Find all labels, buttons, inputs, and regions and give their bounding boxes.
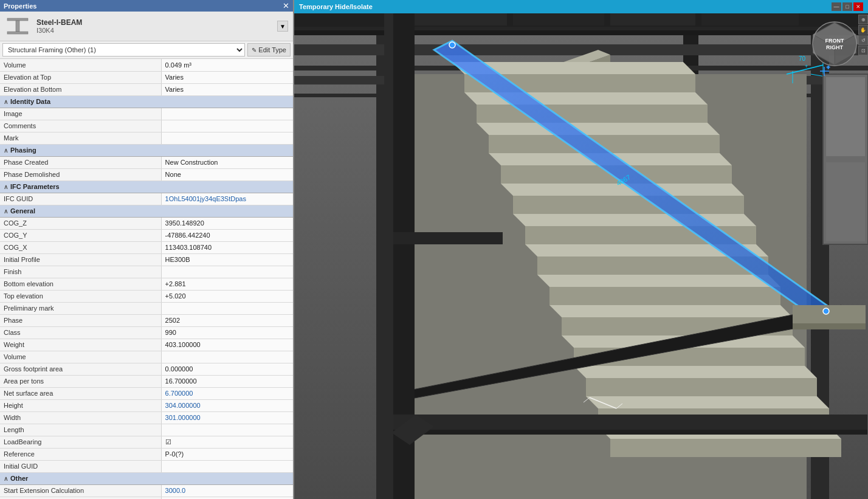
- viewport-close-button[interactable]: ✕: [853, 2, 863, 11]
- property-name: End Extension Calculation: [0, 497, 161, 499]
- zoom-extent-button[interactable]: ⊡: [858, 46, 868, 55]
- svg-marker-50: [574, 366, 817, 378]
- orbit-tool-button[interactable]: ↺: [858, 35, 868, 45]
- property-name: COG_Z: [0, 217, 161, 229]
- property-name: COG_X: [0, 241, 161, 253]
- element-icon: [5, 15, 30, 37]
- property-name: Phase Created: [0, 156, 161, 168]
- table-row: Mark: [0, 132, 293, 144]
- property-name: LoadBearing: [0, 436, 161, 448]
- type-selector-row: Structural Framing (Other) (1) ✎ Edit Ty…: [0, 41, 293, 59]
- svg-rect-1: [16, 21, 19, 32]
- property-name: Image: [0, 108, 161, 120]
- table-row: Start Extension Calculation3000.0: [0, 484, 293, 497]
- svg-marker-33: [477, 105, 708, 123]
- table-row: Area per tons16.700000: [0, 375, 293, 387]
- section-header-other: ∧Other: [0, 472, 293, 484]
- property-name: Volume: [0, 59, 161, 71]
- property-name: Top elevation: [0, 290, 161, 302]
- viewport-maximize-button[interactable]: □: [842, 2, 852, 11]
- nav-cube[interactable]: FRONT RIGHT: [810, 19, 859, 68]
- svg-marker-52: [586, 396, 829, 408]
- property-name: IFC GUID: [0, 193, 161, 205]
- collapse-icon: ∧: [4, 208, 8, 215]
- property-name: Weight: [0, 339, 161, 351]
- property-value[interactable]: 6.700000: [161, 387, 293, 399]
- table-row: End Extension Calculation3000.0: [0, 497, 293, 499]
- property-name: Phase Demolished: [0, 168, 161, 181]
- dropdown-arrow-icon: ▼: [280, 23, 286, 30]
- table-row: Length: [0, 424, 293, 436]
- property-name: Reference: [0, 448, 161, 460]
- viewport-canvas[interactable]: 70 + 4067 300 +: [294, 13, 868, 499]
- svg-text:FRONT: FRONT: [825, 38, 844, 44]
- property-value[interactable]: 301.000000: [161, 411, 293, 424]
- table-row: Height304.000000: [0, 399, 293, 411]
- element-type-name: Steel-I-BEAM: [36, 18, 271, 27]
- property-value: [161, 120, 293, 132]
- property-value: 0.000000: [161, 363, 293, 375]
- property-value: [161, 424, 293, 436]
- property-name: Start Extension Calculation: [0, 484, 161, 497]
- table-row: Preliminary mark: [0, 302, 293, 314]
- property-value[interactable]: 304.000000: [161, 399, 293, 411]
- table-row: Top elevation+5.020: [0, 290, 293, 302]
- property-value[interactable]: 3000.0: [161, 497, 293, 499]
- property-name: COG_Y: [0, 229, 161, 241]
- 3d-scene: 70 + 4067 300 +: [294, 13, 868, 499]
- property-value: -47886.442240: [161, 229, 293, 241]
- edit-pencil-icon: ✎: [252, 47, 257, 53]
- panel-header: Properties ✕: [0, 0, 293, 12]
- svg-rect-14: [701, 13, 799, 26]
- properties-scroll[interactable]: Volume0.049 m³Elevation at TopVariesElev…: [0, 59, 293, 499]
- svg-rect-66: [793, 323, 866, 329]
- svg-rect-65: [793, 305, 866, 323]
- property-name: Phase: [0, 314, 161, 326]
- table-row: ReferenceP-0(?): [0, 448, 293, 460]
- property-value[interactable]: 1OhL54001jy34qE3StDpas: [161, 193, 293, 205]
- property-name: Finish: [0, 266, 161, 278]
- zoom-tool-button[interactable]: ⊕: [858, 15, 868, 24]
- table-row: Phase CreatedNew Construction: [0, 156, 293, 168]
- table-row: Bottom elevation+2.881: [0, 278, 293, 290]
- type-selector-dropdown[interactable]: Structural Framing (Other) (1): [2, 43, 245, 57]
- table-row: COG_X113403.108740: [0, 241, 293, 253]
- viewport-minimize-button[interactable]: —: [832, 2, 841, 11]
- property-name: Comments: [0, 120, 161, 132]
- svg-rect-9: [294, 30, 868, 35]
- property-name: Length: [0, 424, 161, 436]
- property-value: +2.881: [161, 278, 293, 290]
- svg-rect-62: [393, 430, 867, 435]
- table-row: Phase DemolishedNone: [0, 168, 293, 181]
- edit-type-button[interactable]: ✎ Edit Type: [247, 43, 291, 57]
- property-value: [161, 132, 293, 144]
- collapse-icon: ∧: [4, 475, 8, 482]
- property-value: Varies: [161, 83, 293, 95]
- table-row: Phase2502: [0, 314, 293, 326]
- property-value[interactable]: 3000.0: [161, 484, 293, 497]
- pan-tool-button[interactable]: ✋: [858, 25, 868, 35]
- property-name: Class: [0, 326, 161, 339]
- table-row: LoadBearing☑: [0, 436, 293, 448]
- svg-marker-38: [501, 184, 744, 196]
- svg-rect-12: [513, 13, 604, 26]
- panel-title: Properties: [4, 2, 36, 10]
- property-name: Height: [0, 399, 161, 411]
- table-row: Elevation at TopVaries: [0, 71, 293, 83]
- property-name: Initial Profile: [0, 253, 161, 266]
- svg-text:+: +: [805, 63, 808, 69]
- panel-close-button[interactable]: ✕: [283, 2, 289, 10]
- property-value: 990: [161, 326, 293, 339]
- svg-point-95: [813, 22, 856, 66]
- svg-marker-34: [477, 123, 720, 135]
- element-dropdown-button[interactable]: ▼: [277, 21, 288, 32]
- property-value: 16.700000: [161, 375, 293, 387]
- property-value: 3950.148920: [161, 217, 293, 229]
- property-value: ☑: [161, 436, 293, 448]
- svg-rect-61: [393, 415, 867, 430]
- svg-rect-2: [7, 32, 28, 34]
- viewport-titlebar: Temporary Hide/Isolate — □ ✕: [294, 0, 868, 13]
- property-value: P-0(?): [161, 448, 293, 460]
- svg-text:70: 70: [799, 55, 806, 62]
- svg-rect-13: [610, 13, 695, 26]
